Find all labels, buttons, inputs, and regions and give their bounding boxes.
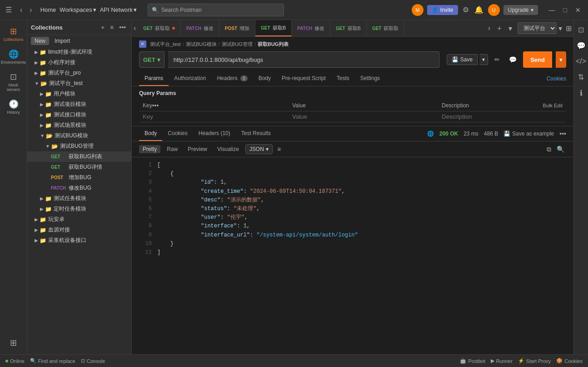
tab-patch-1[interactable]: PATCH 修改	[181, 20, 219, 36]
tree-item-interface-module[interactable]: ▶ 📁 测试接口模块	[27, 110, 131, 120]
tab-headers[interactable]: Headers 8	[211, 71, 253, 86]
online-status[interactable]: Online	[5, 358, 25, 364]
response-tab-headers[interactable]: Headers (10)	[193, 126, 236, 141]
preview-button[interactable]: Preview	[184, 145, 211, 153]
console-button[interactable]: ⊡ Console	[81, 358, 105, 364]
right-panel-icon-2[interactable]: 💬	[575, 40, 588, 52]
response-tab-test-results[interactable]: Test Results	[236, 126, 276, 141]
postbot-button[interactable]: 🤖 Postbot	[460, 358, 485, 364]
tree-item-lims[interactable]: ▶ 📁 lims对接-测试环境	[27, 47, 131, 57]
tree-item-task-module[interactable]: ▶ 📁 测试任务模块	[27, 193, 131, 204]
filter-button[interactable]: ≡	[108, 23, 115, 32]
tree-item-blood[interactable]: ▶ 📁 血源对接	[27, 225, 131, 235]
find-replace-button[interactable]: 🔍 Find and replace	[30, 358, 75, 364]
right-panel-icon-5[interactable]: ℹ	[578, 87, 584, 99]
tab-prev-button[interactable]: ‹	[132, 23, 138, 33]
tab-get-3[interactable]: GET 获取取	[367, 20, 405, 36]
json-editor[interactable]: 1 [ 2 { 3 "id" : 1 , 4 "create_time"	[132, 157, 573, 354]
response-tab-body[interactable]: Body	[139, 126, 162, 141]
import-button[interactable]: Import	[51, 37, 74, 45]
tab-dropdown-button[interactable]: ▾	[557, 23, 564, 34]
tab-next-button[interactable]: ›	[486, 23, 492, 33]
tab-patch-2[interactable]: PATCH 修改	[292, 20, 330, 36]
sidebar-item-environments[interactable]: 🌐 Environments	[2, 46, 25, 67]
response-tab-cookies[interactable]: Cookies	[162, 126, 193, 141]
sidebar-item-explorer[interactable]: ⊞	[2, 335, 25, 351]
cookies-link[interactable]: Cookies	[547, 75, 566, 82]
layout-button[interactable]: ⊞	[564, 23, 573, 34]
cookies-button[interactable]: 🍪 Cookies	[556, 358, 583, 364]
raw-button[interactable]: Raw	[163, 145, 181, 153]
new-button[interactable]: New	[31, 37, 49, 45]
tab-more-button[interactable]: ▾	[507, 23, 514, 34]
tree-item-get-bug-list[interactable]: GET 获取BUG列表	[27, 151, 131, 162]
sidebar-item-mock-servers[interactable]: ⊡ Mock servers	[2, 69, 25, 95]
minimize-button[interactable]: —	[545, 5, 559, 15]
upgrade-button[interactable]: Upgrade ▾	[503, 5, 538, 15]
more-options-button[interactable]: •••	[117, 23, 128, 32]
tree-item-bug-module[interactable]: ▼ 📂 测试BUG模块	[27, 131, 131, 141]
tree-item-pro[interactable]: ▶ 📁 测试平台_pro	[27, 68, 131, 78]
tree-item-get-bug-detail[interactable]: GET 获取BUG详情	[27, 162, 131, 172]
avatar-user[interactable]: U	[488, 4, 500, 16]
url-input[interactable]	[168, 51, 439, 68]
send-dropdown-button[interactable]: ▾	[556, 51, 566, 68]
wrap-lines-button[interactable]: ≡	[275, 145, 283, 154]
response-more-button[interactable]: •••	[559, 130, 566, 137]
right-panel-icon-4[interactable]: ⇅	[576, 71, 586, 83]
visualize-button[interactable]: Visualize	[214, 145, 243, 153]
tree-item-timer-module[interactable]: ▶ 📁 定时任务模块	[27, 204, 131, 214]
pretty-button[interactable]: Pretty	[139, 145, 160, 153]
save-button[interactable]: 💾 Save	[447, 54, 478, 65]
right-panel-icon-1[interactable]: ⊡	[576, 24, 586, 36]
hamburger-icon[interactable]: ☰	[4, 4, 14, 16]
right-panel-icon-3[interactable]: </>	[574, 55, 588, 67]
api-network-link[interactable]: API Network ▾	[100, 6, 137, 13]
sidebar-item-history[interactable]: 🕐 History	[2, 96, 25, 117]
tree-item-android[interactable]: ▶ 📁 玩安卓	[27, 214, 131, 225]
save-example-button[interactable]: 💾 Save as example	[503, 131, 554, 137]
search-button[interactable]: 🔍	[555, 145, 566, 154]
tree-item-scene-module[interactable]: ▶ 📁 测试场景模块	[27, 120, 131, 131]
invite-button[interactable]: 👤 Invite	[427, 5, 458, 15]
description-input[interactable]	[442, 113, 563, 120]
start-proxy-button[interactable]: ⚡ Start Proxy	[518, 358, 551, 364]
tab-get-1[interactable]: GET 获取取	[138, 20, 181, 36]
forward-button[interactable]: ›	[27, 5, 35, 15]
tree-item-harvest[interactable]: ▶ 📁 采浆机设备接口	[27, 235, 131, 246]
key-input[interactable]	[143, 113, 285, 120]
send-button[interactable]: Send	[523, 51, 552, 68]
bell-icon[interactable]: 🔔	[473, 5, 484, 15]
sidebar-item-collections[interactable]: ⊞ Collections	[2, 24, 25, 45]
runner-button[interactable]: ▶ Runner	[491, 358, 513, 364]
tree-item-user-module[interactable]: ▶ 📁 用户模块	[27, 89, 131, 99]
tab-get-2[interactable]: GET 获取B	[330, 20, 367, 36]
json-format-select[interactable]: JSON ▾	[245, 144, 273, 154]
method-select[interactable]: GET ▾	[139, 51, 164, 68]
tab-body[interactable]: Body	[253, 71, 276, 86]
workspaces-link[interactable]: Workspaces ▾	[60, 6, 96, 13]
avatar-orange[interactable]: M	[412, 4, 424, 16]
bulk-edit-button[interactable]: Bulk Edit	[543, 103, 563, 108]
tree-item-mini[interactable]: ▶ 📁 小程序对接	[27, 57, 131, 68]
tree-item-project-module[interactable]: ▶ 📁 测试项目模块	[27, 99, 131, 110]
tab-get-b-active[interactable]: GET 获取B	[255, 20, 292, 36]
new-tab-button[interactable]: ＋	[494, 23, 505, 34]
more-button[interactable]: •••	[152, 102, 159, 109]
tree-item-bug-manage[interactable]: ▼ 📂 测试BUG管理	[27, 141, 131, 151]
maximize-button[interactable]: □	[560, 5, 571, 15]
tree-item-patch-modify-bug[interactable]: PATCH 修改BUG	[27, 183, 131, 193]
tab-settings[interactable]: Settings	[355, 71, 385, 86]
tab-params[interactable]: Params	[139, 71, 169, 86]
comment-button[interactable]: 💬	[506, 55, 519, 64]
tab-tests[interactable]: Tests	[331, 71, 355, 86]
copy-button[interactable]: ⧉	[545, 145, 553, 154]
tab-authorization[interactable]: Authorization	[169, 71, 211, 86]
back-button[interactable]: ‹	[17, 5, 25, 15]
save-dropdown-button[interactable]: ▾	[479, 54, 488, 65]
tab-pre-request[interactable]: Pre-request Script	[276, 71, 331, 86]
close-button[interactable]: ✕	[572, 5, 584, 15]
settings-icon[interactable]: ⚙	[462, 5, 470, 15]
edit-button[interactable]: ✏	[492, 55, 503, 64]
search-bar[interactable]: 🔍 Search Postman	[148, 4, 284, 16]
